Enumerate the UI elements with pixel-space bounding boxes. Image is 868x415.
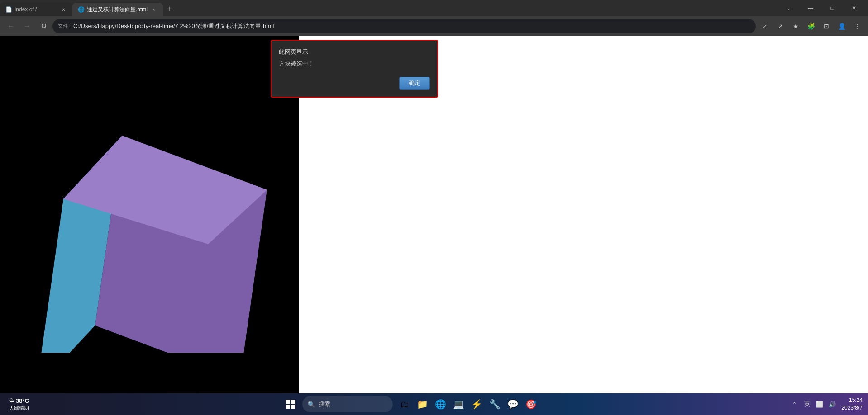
window-minimize[interactable]: — [800,1,821,15]
clock-time: 15:24 [849,396,863,404]
tab-active[interactable]: 🌐 通过叉积计算法向量.html ✕ [72,3,163,16]
tab2-favicon: 🌐 [78,6,84,13]
taskbar-right: ⌃ 英 ⬜ 🔊 15:24 2023/8/7 [789,396,863,412]
address-bar: ← → ↻ 文件 | C:/Users/Happy/Desktop/city-r… [0,16,868,36]
window-chevron[interactable]: ⌄ [778,1,799,15]
taskbar-app-explorer[interactable]: 📁 [415,396,431,412]
taskbar-app-filemanager[interactable]: 🗂 [396,396,413,412]
windows-logo-icon [286,400,295,409]
taskbar: 🌤 38°C 大部晴朗 🔍 搜索 🗂 📁 � [0,393,868,415]
taskbar-app-vs[interactable]: 💻 [451,396,467,412]
taskbar-apps: 🗂 📁 🌐 💻 ⚡ 🔧 💬 🎯 [396,396,539,412]
clock-area[interactable]: 15:24 2023/8/7 [841,396,863,412]
search-bar[interactable]: 🔍 搜索 [302,396,393,412]
window-controls: ⌄ — □ ✕ [778,0,868,16]
tab2-title: 通过叉积计算法向量.html [87,6,148,14]
new-tab-button[interactable]: + [163,3,176,15]
tray-volume[interactable]: 🔊 [827,399,838,410]
clock-date: 2023/8/7 [841,404,863,412]
profile-icon[interactable]: 👤 [835,19,849,33]
tray-display[interactable]: ⬜ [814,399,825,410]
tab-index[interactable]: 📄 Index of / ✕ [0,3,72,16]
file-protocol-icon: 文件 | [58,23,71,29]
tab-bar: 📄 Index of / ✕ 🌐 通过叉积计算法向量.html ✕ + ⌄ — … [0,0,868,16]
taskbar-weather[interactable]: 🌤 38°C 大部晴朗 [5,397,33,411]
window-maximize[interactable]: □ [822,1,843,15]
tab1-title: Index of / [14,6,57,13]
tab1-favicon: 📄 [5,6,12,13]
bookmark-icon[interactable]: ★ [788,19,803,33]
system-tray: ⌃ 英 ⬜ 🔊 [789,399,838,410]
taskbar-app-wechat[interactable]: 💬 [505,396,521,412]
forward-button[interactable]: → [20,19,34,33]
weather-temp: 38°C [16,397,29,404]
search-icon: 🔍 [308,401,315,408]
alert-message: 方块被选中！ [279,60,430,68]
weather-condition: 大部晴朗 [9,405,29,411]
address-text: C:/Users/Happy/Desktop/city-real-time/7.… [73,22,274,30]
taskbar-app-vscode[interactable]: ⚡ [469,396,485,412]
tray-lang[interactable]: 英 [801,399,812,410]
toolbar-icons: ↙ ↗ ★ 🧩 ⊡ 👤 ⋮ [758,19,864,33]
browser-window: 📄 Index of / ✕ 🌐 通过叉积计算法向量.html ✕ + ⌄ — … [0,0,868,415]
taskbar-app-edge[interactable]: 🌐 [433,396,449,412]
splitscreen-icon[interactable]: ⊡ [819,19,834,33]
svg-rect-1 [291,400,295,404]
alert-footer: 确定 [279,77,430,90]
taskbar-app-extra[interactable]: 🎯 [523,396,539,412]
address-bar-input[interactable]: 文件 | C:/Users/Happy/Desktop/city-real-ti… [52,19,756,33]
tray-chevron[interactable]: ⌃ [789,399,800,410]
confirm-button[interactable]: 确定 [399,77,430,90]
window-close[interactable]: ✕ [844,1,864,15]
search-placeholder: 搜索 [319,400,330,408]
svg-rect-2 [286,405,290,409]
svg-rect-3 [291,405,295,409]
content-area: 此网页显示 方块被选中！ 确定 [0,36,868,393]
taskbar-center: 🔍 搜索 🗂 📁 🌐 💻 ⚡ 🔧 💬 🎯 [36,396,785,412]
tab2-close[interactable]: ✕ [150,6,157,13]
share-icon[interactable]: ↗ [773,19,787,33]
extensions-icon[interactable]: 🧩 [804,19,818,33]
cast-icon[interactable]: ↙ [758,19,772,33]
taskbar-app-debug[interactable]: 🔧 [487,396,503,412]
back-button[interactable]: ← [4,19,18,33]
alert-title: 此网页显示 [279,48,430,56]
weather-emoji: 🌤 [9,398,14,403]
start-button[interactable] [282,396,299,412]
tab1-close[interactable]: ✕ [60,6,67,13]
canvas-area[interactable] [0,36,299,393]
reload-button[interactable]: ↻ [36,19,51,33]
alert-dialog: 此网页显示 方块被选中！ 确定 [271,40,438,98]
svg-rect-0 [286,400,290,404]
3d-box-svg [23,72,294,353]
menu-icon[interactable]: ⋮ [850,19,864,33]
